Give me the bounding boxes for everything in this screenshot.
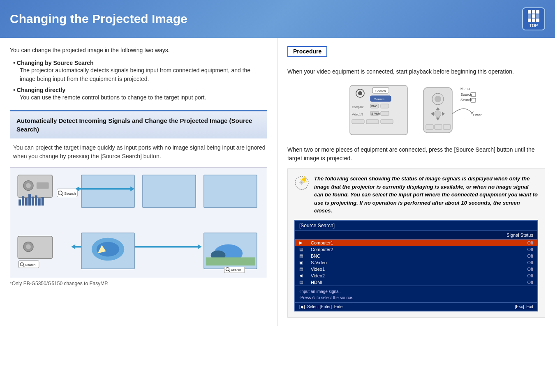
top-badge[interactable]: TOP bbox=[522, 7, 545, 30]
right-panel: Procedure When your video equipment is c… bbox=[278, 38, 555, 326]
remote-panel-image: Search Source Comp1/2 BNC Video1/2 S-Vid… bbox=[348, 83, 409, 138]
dialog-row-3: ▣ S-Video Off bbox=[295, 259, 537, 266]
bullet-title: Changing directly bbox=[17, 87, 65, 93]
source-search-diagram: Search Search bbox=[10, 167, 267, 278]
row-name-5: Video2 bbox=[311, 273, 325, 278]
list-item: • Changing by Source Search The projecto… bbox=[13, 60, 267, 83]
source-search-dialog: [Source Search] Signal Status ▶ Computer… bbox=[294, 220, 538, 311]
page-header: Changing the Projected Image TOP bbox=[0, 0, 555, 38]
row-status-2: Off bbox=[527, 254, 533, 258]
content-area: You can change the projected image in th… bbox=[0, 38, 555, 326]
svg-text:Comp1/2: Comp1/2 bbox=[352, 106, 364, 109]
dialog-row-2: ▤ BNC Off bbox=[295, 253, 537, 259]
svg-text:Enter: Enter bbox=[473, 113, 482, 117]
bullet-symbol: • bbox=[13, 60, 17, 66]
svg-text:Search: Search bbox=[64, 191, 76, 196]
svg-rect-51 bbox=[381, 104, 389, 108]
svg-rect-9 bbox=[35, 195, 37, 205]
diagram-svg: Search Search bbox=[10, 168, 267, 278]
svg-text:Source: Source bbox=[374, 97, 385, 101]
bullet-title: Changing by Source Search bbox=[17, 60, 94, 66]
svg-rect-7 bbox=[28, 194, 31, 206]
dialog-bottom-line1: ·Input an image signal. bbox=[299, 288, 533, 295]
svg-rect-58 bbox=[381, 120, 393, 124]
svg-point-43 bbox=[358, 91, 362, 95]
note-box: ☀ The following screen showing the statu… bbox=[287, 168, 545, 318]
dialog-col-signal: Signal Status bbox=[506, 233, 533, 238]
svg-text:Video1/2: Video1/2 bbox=[352, 113, 363, 116]
row-name-1: Computer2 bbox=[311, 247, 333, 252]
bullet-desc: You can use the remote control buttons t… bbox=[20, 93, 267, 102]
row-icon-3: ▣ bbox=[299, 260, 308, 265]
svg-point-71 bbox=[435, 111, 441, 117]
section-title: Automatically Detect Incoming Signals an… bbox=[16, 116, 261, 134]
press-description: When two or more pieces of equipment are… bbox=[287, 145, 545, 163]
bullet-symbol: • bbox=[13, 87, 17, 93]
dialog-row-0: ▶ Computer1 Off bbox=[295, 240, 537, 246]
bullet-desc: The projector automatically detects sign… bbox=[20, 66, 267, 83]
svg-point-22 bbox=[26, 244, 31, 249]
page-title: Changing the Projected Image bbox=[10, 12, 187, 26]
row-icon-6: ▤ bbox=[299, 280, 308, 284]
top-badge-label: TOP bbox=[530, 23, 538, 28]
procedure-label-wrapper: Procedure bbox=[287, 46, 545, 62]
svg-line-85 bbox=[306, 182, 307, 182]
procedure-description: When your video equipment is connected, … bbox=[287, 67, 545, 76]
svg-rect-55 bbox=[381, 111, 389, 115]
intro-text: You can change the projected image in th… bbox=[10, 46, 267, 55]
row-status-3: Off bbox=[527, 260, 533, 265]
dialog-title: [Source Search] bbox=[295, 221, 537, 231]
svg-rect-18 bbox=[204, 175, 257, 208]
dialog-row-4: ▤ Video1 Off bbox=[295, 266, 537, 272]
svg-rect-56 bbox=[352, 120, 364, 124]
svg-rect-11 bbox=[42, 197, 44, 205]
device-images-area: Search Source Comp1/2 BNC Video1/2 S-Vid… bbox=[287, 83, 545, 138]
list-item: • Changing directly You can use the remo… bbox=[13, 87, 267, 102]
svg-rect-3 bbox=[37, 182, 49, 189]
diagram-caption: *Only EB-G5350/G5150 changes to EasyMP. bbox=[10, 281, 267, 286]
svg-text:Search: Search bbox=[460, 98, 472, 102]
dialog-bottom-text: ·Input an image signal. ·Press ⊙ to sele… bbox=[295, 286, 537, 302]
svg-text:Search: Search bbox=[375, 89, 386, 93]
row-status-0: Off bbox=[527, 240, 533, 245]
row-icon-4: ▤ bbox=[299, 267, 308, 271]
row-icon-5: ◀ bbox=[299, 273, 308, 278]
svg-rect-40 bbox=[206, 257, 255, 265]
row-status-1: Off bbox=[527, 247, 533, 252]
svg-rect-10 bbox=[38, 198, 41, 205]
svg-rect-17 bbox=[143, 175, 196, 208]
note-icon: ☀ bbox=[294, 175, 309, 193]
row-status-4: Off bbox=[527, 267, 533, 272]
svg-rect-74 bbox=[443, 125, 451, 129]
svg-rect-16 bbox=[81, 175, 134, 208]
svg-point-66 bbox=[435, 96, 441, 102]
row-name-0: Computer1 bbox=[311, 240, 333, 245]
note-text: The following screen showing the status … bbox=[314, 175, 538, 215]
row-name-4: Video1 bbox=[311, 267, 325, 272]
row-icon-0: ▶ bbox=[299, 240, 308, 245]
dialog-footer: [◆] :Select [Enter] :Enter [Esc] :Exit bbox=[295, 302, 537, 311]
top-badge-grid-icon bbox=[528, 10, 539, 22]
svg-text:Menu: Menu bbox=[460, 87, 470, 91]
dialog-bottom-line2: ·Press ⊙ to select the source. bbox=[299, 295, 533, 301]
svg-line-84 bbox=[302, 177, 302, 178]
dialog-col-header: Signal Status bbox=[295, 231, 537, 240]
row-status-5: Off bbox=[527, 273, 533, 278]
row-icon-2: ▤ bbox=[299, 254, 308, 258]
svg-rect-73 bbox=[435, 125, 442, 129]
svg-text:BNC: BNC bbox=[371, 105, 377, 108]
svg-rect-57 bbox=[366, 120, 379, 124]
svg-rect-20 bbox=[18, 236, 52, 259]
dialog-footer-left: [◆] :Select [Enter] :Enter bbox=[299, 304, 344, 309]
svg-rect-72 bbox=[426, 125, 433, 129]
remote-control-image: Menu Source Search bbox=[419, 83, 485, 138]
row-status-6: Off bbox=[527, 280, 533, 285]
svg-rect-6 bbox=[25, 198, 28, 205]
left-panel: You can change the projected image in th… bbox=[0, 38, 278, 326]
section-heading: Automatically Detect Incoming Signals an… bbox=[10, 110, 267, 138]
procedure-label: Procedure bbox=[287, 46, 327, 57]
row-icon-1: ▤ bbox=[299, 247, 308, 251]
row-name-6: HDMI bbox=[311, 280, 322, 285]
section-description: You can project the target image quickly… bbox=[13, 143, 267, 161]
dialog-row-6: ▤ HDMI Off bbox=[295, 279, 537, 286]
